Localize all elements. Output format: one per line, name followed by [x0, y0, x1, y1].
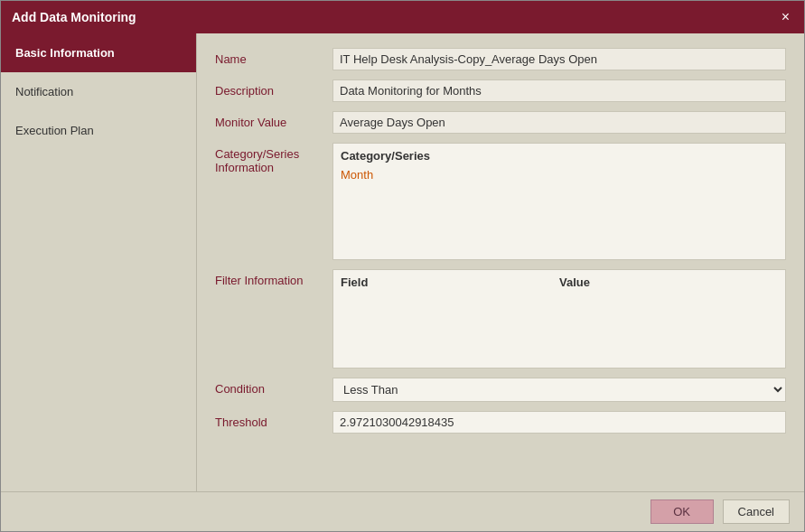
category-series-value: Month	[341, 168, 778, 182]
category-series-field: Category/Series Month	[332, 143, 786, 260]
sidebar: Basic Information Notification Execution…	[1, 33, 197, 491]
name-field	[332, 48, 786, 70]
condition-row: Condition Less Than Greater Than Equal T…	[215, 378, 786, 402]
threshold-row: Threshold	[215, 411, 786, 434]
condition-select[interactable]: Less Than Greater Than Equal To Less Tha…	[332, 378, 786, 402]
name-input[interactable]	[332, 48, 786, 70]
dialog-footer: OK Cancel	[1, 491, 804, 531]
name-label: Name	[215, 48, 332, 66]
filter-information-row: Filter Information Field Value	[215, 269, 786, 369]
category-series-box: Category/Series Month	[332, 143, 786, 260]
filter-col-value-header: Value	[559, 275, 778, 289]
close-button[interactable]: ×	[778, 8, 793, 26]
dialog-title: Add Data Monitoring	[12, 10, 136, 24]
cancel-button[interactable]: Cancel	[723, 499, 790, 524]
monitor-value-label: Monitor Value	[215, 111, 332, 129]
filter-col-field-header: Field	[341, 275, 559, 289]
filter-information-field: Field Value	[332, 269, 786, 369]
main-content: Name Description Monitor Value	[197, 33, 804, 491]
dialog-title-bar: Add Data Monitoring ×	[1, 1, 804, 33]
sidebar-item-notification[interactable]: Notification	[1, 72, 196, 111]
filter-info-box: Field Value	[332, 269, 786, 369]
filter-information-label: Filter Information	[215, 269, 332, 287]
threshold-input[interactable]	[332, 411, 786, 434]
description-row: Description	[215, 79, 786, 102]
description-input[interactable]	[332, 79, 786, 102]
condition-field: Less Than Greater Than Equal To Less Tha…	[332, 378, 786, 402]
category-series-header: Category/Series	[341, 149, 778, 163]
sidebar-item-basic-information[interactable]: Basic Information	[1, 33, 196, 72]
category-series-row: Category/SeriesInformation Category/Seri…	[215, 143, 786, 260]
condition-label: Condition	[215, 378, 332, 396]
category-series-label: Category/SeriesInformation	[215, 143, 332, 174]
dialog-body: Basic Information Notification Execution…	[1, 33, 804, 491]
description-field	[332, 79, 786, 102]
threshold-label: Threshold	[215, 411, 332, 429]
add-data-monitoring-dialog: Add Data Monitoring × Basic Information …	[0, 0, 805, 532]
monitor-value-input[interactable]	[332, 111, 786, 134]
sidebar-item-execution-plan[interactable]: Execution Plan	[1, 111, 196, 150]
name-row: Name	[215, 48, 786, 70]
ok-button[interactable]: OK	[651, 499, 714, 524]
threshold-field	[332, 411, 786, 434]
monitor-value-row: Monitor Value	[215, 111, 786, 134]
filter-header-row: Field Value	[341, 275, 778, 289]
description-label: Description	[215, 79, 332, 98]
monitor-value-field	[332, 111, 786, 134]
